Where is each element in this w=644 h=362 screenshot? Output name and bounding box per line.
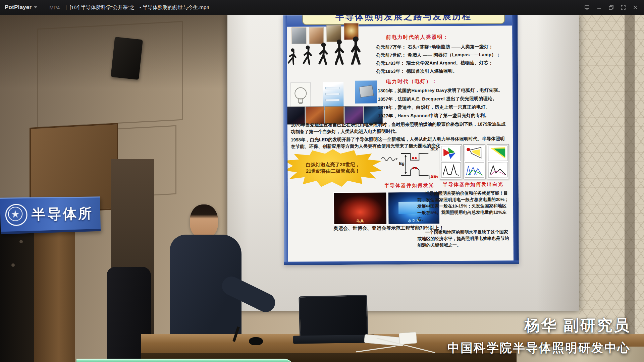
document-line	[325, 93, 339, 95]
history-line: 公元1783年： 瑞士化学家Ami Argand、植物油、灯芯；	[376, 60, 493, 67]
starburst-text: 白炽灯泡点亮了20世纪，21世纪将由二极管点亮！	[304, 162, 362, 175]
institute-banner-text: 半导体所	[31, 204, 94, 224]
band-diagram: ΔEc Eg ΔEv	[380, 146, 438, 184]
delta-ev-label: ΔEv	[431, 174, 438, 179]
maximize-icon[interactable]	[619, 3, 628, 12]
heading-pre-electric-era: 前电力时代的人类照明：	[386, 34, 448, 41]
energy-saving-paragraph-1: 半导体照明首要的价值和任务就是节能！目前，发达国家照明用电一般占总发电量的20%…	[417, 190, 510, 222]
glass-table	[76, 359, 294, 362]
birds-nest-caption: 鸟巢	[334, 219, 386, 224]
institute-banner: 半导体所	[0, 196, 101, 234]
history-line: 1879年，爱迪生、白炽灯，历史上第一只真正的电灯。	[378, 104, 490, 111]
codec-badge: MP4	[49, 5, 60, 10]
history-line: 1857年，法国的A.E. Becquerel 提出了荧光照明的理论。	[378, 96, 497, 102]
cas-logo-icon	[5, 204, 28, 226]
speaker-affiliation: 中国科学院半导体照明研发中心	[447, 340, 631, 356]
always-on-top-icon[interactable]	[582, 3, 592, 12]
document-line	[325, 99, 339, 101]
wall-panel	[37, 21, 183, 128]
chip-image	[355, 80, 377, 103]
window-controls	[582, 3, 644, 12]
video-surface[interactable]: 半导体照明发展之路与发展历程 前电力时代	[0, 15, 644, 362]
minimize-icon[interactable]	[594, 3, 604, 12]
evolution-figure-4	[332, 39, 346, 65]
spectrum-diagram	[465, 162, 484, 178]
rack-knob	[11, 263, 15, 267]
restore-icon[interactable]	[606, 3, 616, 12]
potplayer-window: PotPlayer MP4 | [1/2] 半导体所科学“公开课”之二- 半导体…	[0, 0, 644, 362]
history-line: 1927年，Hans Spanner申请了第一盏日光灯的专利。	[378, 113, 490, 119]
spectrum-diagram	[441, 162, 461, 178]
artifact-image-torch	[309, 27, 324, 44]
slide-title-banner: 半导体照明发展之路与发展历程	[302, 15, 505, 25]
birds-nest-photo: 鸟巢	[333, 192, 387, 225]
starburst-callout: 白炽灯泡点亮了20世纪，21世纪将由二极管点亮！	[284, 149, 382, 187]
rgb-mix-diagram	[441, 146, 461, 161]
chevron-down-icon	[34, 6, 37, 8]
titlebar-divider: |	[66, 5, 67, 10]
app-name: PotPlayer	[5, 4, 32, 11]
artifact-image-stone-lamp	[291, 27, 306, 44]
yellow-green-fan-diagram	[488, 145, 507, 161]
lecturer-head	[190, 204, 218, 238]
heading-electric-era: 电力时代（电灯）：	[386, 78, 437, 85]
white-led-method-box-1	[440, 144, 462, 179]
laptop-base	[293, 335, 375, 344]
evolution-figure-2	[302, 45, 314, 65]
wall-groove	[625, 15, 635, 362]
lecture-slide: 半导体照明发展之路与发展历程 前电力时代	[283, 15, 519, 265]
title-bar[interactable]: PotPlayer MP4 | [1/2] 半导体所科学“公开课”之二- 半导体…	[0, 0, 644, 15]
mouse	[249, 337, 263, 345]
caption-how-white-light: 半导体器件如何发出白光	[443, 181, 504, 188]
delta-ec-label: ΔEc	[430, 146, 438, 151]
document-line	[325, 87, 339, 89]
blue-led-phosphor-diagram	[465, 146, 484, 161]
power-adapter	[399, 332, 417, 345]
history-line: 1801年，英国的Humphrey Davy发明了电弧灯，电灯先驱。	[378, 87, 503, 94]
history-line: 公元前7万年： 石头+苔藓+动物脂肪 ——人类第一盏灯；	[376, 44, 493, 51]
chip-die	[359, 85, 374, 98]
rack-knob	[19, 240, 23, 243]
energy-saving-paragraph-2: 一个国家和地区的照明水平反映了这个国家或地区的经济水平，提高照明用电效率也是节约…	[417, 229, 510, 248]
slide-title-text: 半导体照明发展之路与发展历程	[335, 15, 472, 23]
evolution-figure-modern-human	[348, 37, 363, 65]
video-filename: [1/2] 半导体所科学“公开课”之二- 半导体照明的前世与今生.mp4	[70, 4, 209, 11]
evolution-figure-3	[317, 42, 330, 65]
spectrum-diagram	[488, 162, 507, 177]
laptop-screen	[299, 295, 368, 342]
eg-label: Eg	[399, 161, 405, 166]
white-led-method-box-3	[487, 144, 509, 179]
history-line: 公元前7世纪： 希腊人 —— 陶器灯（Lampas——Lamp）；	[376, 52, 501, 58]
wall-speaker	[111, 37, 143, 80]
close-icon[interactable]	[631, 3, 640, 12]
speaker-name: 杨华 副研究员	[447, 315, 631, 336]
speaker-caption: 杨华 副研究员 中国科学院半导体照明研发中心	[447, 315, 631, 356]
edison-paragraph: 1878年当爱迪生宣布自己正在研究用电来照明时，当时用来照明的煤油的股票价格急剧…	[291, 121, 508, 135]
evolution-figure-ape	[287, 48, 299, 65]
white-led-method-box-2	[463, 144, 486, 179]
history-line: 公元1853年： 德国首次引入煤油照明。	[376, 68, 457, 74]
app-menu-button[interactable]: PotPlayer	[0, 0, 42, 15]
caption-how-devices-emit: 半导体器件如何发光	[384, 182, 434, 189]
